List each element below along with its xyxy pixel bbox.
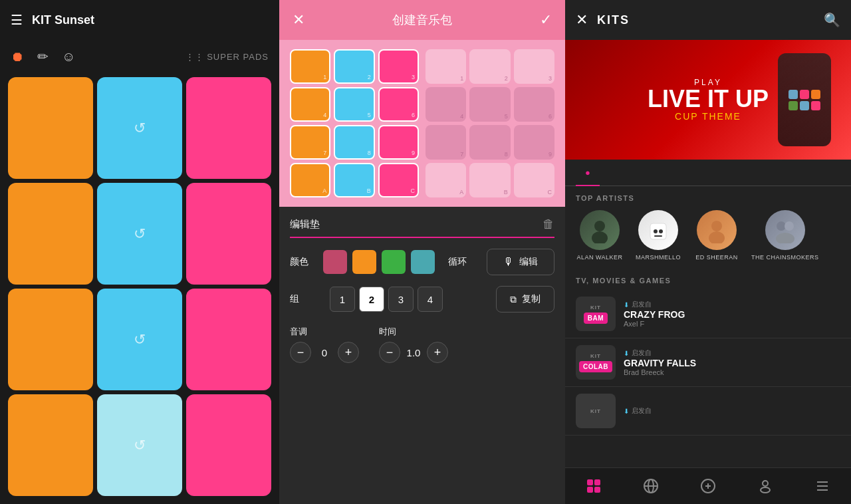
pad-7[interactable] [8, 289, 93, 390]
pad-2[interactable] [97, 77, 182, 179]
ed-sheeran-name: ED SHEERAN [695, 254, 738, 261]
nav-user-icon[interactable] [737, 468, 794, 505]
chainsmokers-avatar [765, 210, 805, 250]
modal-pad-4[interactable]: 4 [290, 87, 330, 122]
modal-close-button[interactable]: ✕ [293, 11, 304, 29]
modal-pad-r3[interactable]: 3 [514, 49, 554, 84]
modal-pad-r4[interactable]: 4 [426, 87, 466, 122]
kits-tab-featured[interactable]: ● [576, 160, 600, 186]
trash-icon[interactable]: 🗑 [543, 217, 554, 231]
pad-9[interactable] [186, 289, 271, 390]
kits-tab-all[interactable] [600, 160, 618, 186]
loop-label: 循环 [448, 256, 475, 268]
modal-pad-9[interactable]: 9 [378, 125, 419, 160]
modal-pad-6[interactable]: 6 [378, 87, 419, 122]
group-label: 组 [290, 293, 316, 305]
pitch-label: 音调 [290, 326, 359, 338]
chainsmokers-name: THE CHAINSMOKERS [751, 254, 819, 261]
gravity-falls-info: ⬇ 启发自 GRAVITY FALLS Brad Breeck [624, 348, 840, 376]
svg-point-9 [785, 221, 794, 231]
pad-8[interactable] [97, 289, 182, 390]
modal-pad-ra[interactable]: A [426, 163, 466, 197]
pad-6[interactable] [186, 183, 271, 285]
nav-menu-icon[interactable] [794, 468, 851, 505]
time-plus-button[interactable]: + [427, 342, 448, 363]
modal-pad-r2[interactable]: 2 [469, 49, 510, 84]
group-btn-4[interactable]: 4 [418, 287, 443, 312]
artist-chainsmokers[interactable]: THE CHAINSMOKERS [751, 210, 819, 261]
swatch-green[interactable] [382, 250, 406, 274]
modal-pad-c[interactable]: C [378, 163, 419, 197]
modal-pad-r1[interactable]: 1 [426, 49, 466, 84]
pad-1[interactable] [8, 77, 93, 179]
download-icon-3: ⬇ [624, 408, 629, 415]
copy-button[interactable]: ⧉ 复制 [496, 286, 554, 313]
group-btn-2[interactable]: 2 [359, 287, 384, 312]
modal-pad-7[interactable]: 7 [290, 125, 330, 160]
time-stepper: − 1.0 + [379, 342, 448, 363]
edit-audio-button[interactable]: 🎙 编辑 [487, 249, 554, 275]
artist-alan-walker[interactable]: ALAN WALKER [576, 210, 624, 261]
swatch-teal[interactable] [411, 250, 435, 274]
plain-kit-thumb: KIT [576, 394, 616, 428]
color-swatches [323, 250, 435, 274]
modal-pad-3[interactable]: 3 [378, 49, 419, 84]
modal-pad-r9[interactable]: 9 [514, 125, 554, 160]
pitch-plus-button[interactable]: + [338, 342, 359, 363]
pitch-minus-button[interactable]: − [290, 342, 311, 363]
pad-3[interactable] [186, 77, 271, 179]
modal-pad-r6[interactable]: 6 [514, 87, 554, 122]
hamburger-icon[interactable]: ☰ [11, 12, 23, 28]
artist-marshmello[interactable]: MARSHMELLO [634, 210, 682, 261]
time-label: 时间 [379, 326, 448, 338]
kit-item-gravity-falls[interactable]: KIT COLAB ⬇ 启发自 GRAVITY FALLS Brad Breec… [565, 338, 851, 387]
banner-image[interactable]: PLAY LIVE IT UP CUP THEME [565, 40, 851, 160]
nav-add-icon[interactable] [679, 468, 737, 505]
nav-pads-icon[interactable] [565, 468, 622, 505]
modal-pad-b[interactable]: B [334, 163, 374, 197]
search-icon[interactable]: 🔍 [824, 12, 840, 28]
modal-confirm-button[interactable]: ✓ [540, 11, 552, 29]
kit-item-plain[interactable]: KIT ⬇ 启发自 [565, 387, 851, 436]
edit-icon[interactable]: ✏ [37, 49, 49, 64]
nav-globe-icon[interactable] [622, 468, 679, 505]
modal-pad-r5[interactable]: 5 [469, 87, 510, 122]
modal-pad-r7[interactable]: 7 [426, 125, 466, 160]
banner-content: PLAY LIVE IT UP CUP THEME [648, 78, 769, 122]
svg-point-4 [659, 229, 663, 233]
modal-pad-1[interactable]: 1 [290, 49, 330, 84]
modal-pad-r8[interactable]: 8 [469, 125, 510, 160]
pad-a[interactable] [8, 394, 93, 496]
modal-pad-a[interactable]: A [290, 163, 330, 197]
modal-title: 创建音乐包 [392, 12, 452, 28]
pad-4[interactable] [8, 183, 93, 285]
time-minus-button[interactable]: − [379, 342, 400, 363]
modal-pad-rc[interactable]: C [514, 163, 554, 197]
modal-pad-2[interactable]: 2 [334, 49, 374, 84]
top-artists-label: TOP ARTISTS [565, 186, 851, 207]
marshmello-name: MARSHMELLO [636, 254, 681, 261]
bottom-nav [565, 467, 851, 504]
group-btn-3[interactable]: 3 [388, 287, 414, 312]
modal-pad-rb[interactable]: B [469, 163, 510, 197]
svg-rect-12 [594, 479, 600, 485]
list-section: TOP ARTISTS ALAN WALKER MARSHMELLO ED SH… [565, 186, 851, 467]
svg-point-21 [763, 481, 768, 486]
pad-b[interactable] [97, 394, 182, 496]
emoji-icon[interactable]: ☺ [62, 49, 75, 64]
group-btn-1[interactable]: 1 [330, 287, 355, 312]
pad-5[interactable] [97, 183, 182, 285]
svg-rect-2 [650, 223, 666, 239]
artist-ed-sheeran[interactable]: ED SHEERAN [693, 210, 741, 261]
colab-badge: COLAB [579, 361, 612, 372]
record-icon[interactable]: ⏺ [11, 49, 24, 64]
swatch-orange[interactable] [352, 250, 376, 274]
svg-rect-5 [654, 235, 662, 237]
kit-item-crazy-frog[interactable]: KIT BAM ⬇ 启发自 CRAZY FROG Axel F [565, 290, 851, 338]
pad-c[interactable] [186, 394, 271, 496]
modal-pad-5[interactable]: 5 [334, 87, 374, 122]
swatch-pink[interactable] [323, 250, 347, 274]
modal-pad-8[interactable]: 8 [334, 125, 374, 160]
right-close-button[interactable]: ✕ [576, 11, 588, 29]
color-label: 颜色 [290, 256, 316, 268]
